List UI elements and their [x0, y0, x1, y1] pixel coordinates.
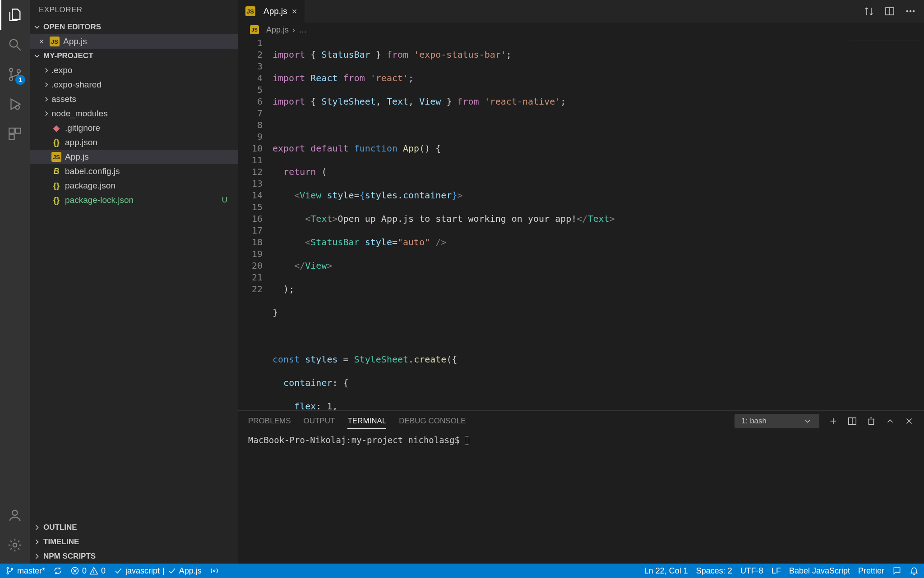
maximize-panel-icon[interactable]: [885, 416, 895, 426]
split-editor-icon[interactable]: [884, 6, 895, 17]
file-gitignore[interactable]: ◆.gitignore: [30, 121, 238, 135]
folder-assets[interactable]: assets: [30, 92, 238, 106]
file-label: App.js: [65, 152, 89, 162]
activity-search[interactable]: [0, 30, 30, 60]
check-icon: [114, 566, 123, 575]
broadcast-icon: [210, 566, 219, 575]
file-app-json[interactable]: {}app.json: [30, 135, 238, 150]
status-problems[interactable]: 0 0: [70, 566, 106, 576]
status-sync[interactable]: [53, 566, 62, 575]
status-live-share[interactable]: [210, 566, 219, 575]
json-file-icon: {}: [51, 138, 61, 147]
minimap[interactable]: [847, 37, 924, 410]
project-header[interactable]: MY-PROJECT: [30, 49, 238, 63]
status-eol[interactable]: LF: [772, 566, 781, 576]
activity-explorer[interactable]: [0, 0, 30, 30]
breadcrumb[interactable]: JS App.js › …: [238, 23, 924, 37]
json-file-icon: {}: [51, 195, 61, 205]
activity-scm[interactable]: 1: [0, 60, 30, 89]
tab-bar: JS App.js ×: [238, 0, 924, 23]
explorer-title: EXPLORER: [30, 0, 238, 20]
status-notifications[interactable]: [910, 566, 919, 575]
terminal[interactable]: MacBook-Pro-Nikolaj:my-project nicholasg…: [238, 431, 924, 564]
activity-run[interactable]: [0, 89, 30, 119]
svg-point-23: [7, 568, 8, 569]
open-editors-list: × JS App.js: [30, 34, 238, 49]
file-label: package-lock.json: [65, 195, 134, 205]
svg-point-3: [9, 77, 13, 80]
chevron-right-icon: [42, 81, 51, 89]
status-language[interactable]: Babel JavaScript: [789, 566, 850, 576]
svg-point-24: [7, 573, 8, 574]
split-terminal-icon[interactable]: [847, 416, 857, 426]
status-branch[interactable]: master*: [5, 566, 45, 576]
svg-point-14: [907, 11, 908, 12]
svg-point-16: [913, 11, 915, 12]
kill-terminal-icon[interactable]: [866, 416, 876, 426]
outline-label: OUTLINE: [43, 523, 77, 532]
code-content: import { StatusBar } from 'expo-status-b…: [273, 37, 847, 410]
activity-bar: 1: [0, 0, 30, 564]
npm-scripts-header[interactable]: NPM SCRIPTS: [30, 549, 238, 564]
breadcrumb-file: App.js: [266, 25, 289, 35]
status-lncol[interactable]: Ln 22, Col 1: [644, 566, 688, 576]
npm-scripts-label: NPM SCRIPTS: [43, 552, 96, 561]
activity-accounts[interactable]: [0, 500, 30, 530]
folder-node-modules[interactable]: node_modules: [30, 106, 238, 121]
file-package-json[interactable]: {}package.json: [30, 179, 238, 193]
file-package-lock[interactable]: {}package-lock.jsonU: [30, 193, 238, 207]
breadcrumb-sep: ›: [292, 25, 295, 35]
play-bug-icon: [7, 96, 23, 112]
more-actions-icon[interactable]: [905, 6, 916, 17]
folder-label: .expo: [51, 65, 72, 75]
open-editor-item[interactable]: × JS App.js: [30, 34, 238, 49]
extensions-icon: [7, 126, 23, 142]
svg-point-30: [94, 573, 94, 573]
chevron-right-icon: [42, 95, 51, 103]
git-file-icon: ◆: [51, 123, 61, 133]
file-label: babel.config.js: [65, 166, 120, 176]
status-langserver[interactable]: javascript | App.js: [114, 566, 202, 576]
timeline-header[interactable]: TIMELINE: [30, 535, 238, 549]
status-spaces[interactable]: Spaces: 2: [696, 566, 732, 576]
js-file-icon: JS: [50, 37, 60, 46]
activity-settings[interactable]: [0, 530, 30, 560]
svg-point-11: [13, 543, 17, 547]
sync-icon: [53, 566, 62, 575]
panel-tab-output[interactable]: OUTPUT: [303, 414, 335, 428]
tab-app-js[interactable]: JS App.js ×: [238, 0, 305, 23]
status-feedback[interactable]: [892, 566, 901, 575]
folder-expo[interactable]: .expo: [30, 63, 238, 78]
panel-tab-problems[interactable]: PROBLEMS: [248, 414, 291, 428]
outline-header[interactable]: OUTLINE: [30, 520, 238, 535]
chevron-right-icon: [42, 110, 51, 118]
account-icon: [7, 508, 23, 523]
close-editor-icon[interactable]: ×: [37, 37, 46, 46]
open-editors-header[interactable]: OPEN EDITORS: [30, 20, 238, 34]
feedback-icon: [892, 566, 901, 575]
close-panel-icon[interactable]: [904, 416, 914, 426]
scm-badge: 1: [15, 75, 25, 85]
chevron-right-icon: [42, 66, 51, 74]
svg-point-4: [17, 69, 20, 73]
panel-tab-debug[interactable]: DEBUG CONSOLE: [399, 414, 466, 428]
svg-point-10: [12, 510, 17, 515]
folder-expo-shared[interactable]: .expo-shared: [30, 78, 238, 92]
file-app-js[interactable]: JSApp.js: [30, 150, 238, 164]
babel-file-icon: B: [51, 166, 61, 176]
terminal-select-label: 1: bash: [741, 417, 767, 426]
close-tab-icon[interactable]: ×: [292, 6, 297, 17]
svg-point-2: [9, 69, 13, 72]
compare-changes-icon[interactable]: [864, 6, 874, 17]
status-debug-target-label: App.js: [179, 566, 202, 576]
line-number-gutter: 12345678910111213141516171819202122: [238, 37, 273, 410]
status-encoding[interactable]: UTF-8: [740, 566, 763, 576]
panel-tab-terminal[interactable]: TERMINAL: [347, 414, 386, 429]
file-babel-config[interactable]: Bbabel.config.js: [30, 164, 238, 179]
svg-rect-8: [15, 128, 20, 133]
code-editor[interactable]: 12345678910111213141516171819202122 impo…: [238, 37, 847, 410]
activity-extensions[interactable]: [0, 119, 30, 149]
status-prettier[interactable]: Prettier: [858, 566, 884, 576]
new-terminal-icon[interactable]: [828, 416, 838, 426]
terminal-select[interactable]: 1: bash: [735, 414, 819, 428]
